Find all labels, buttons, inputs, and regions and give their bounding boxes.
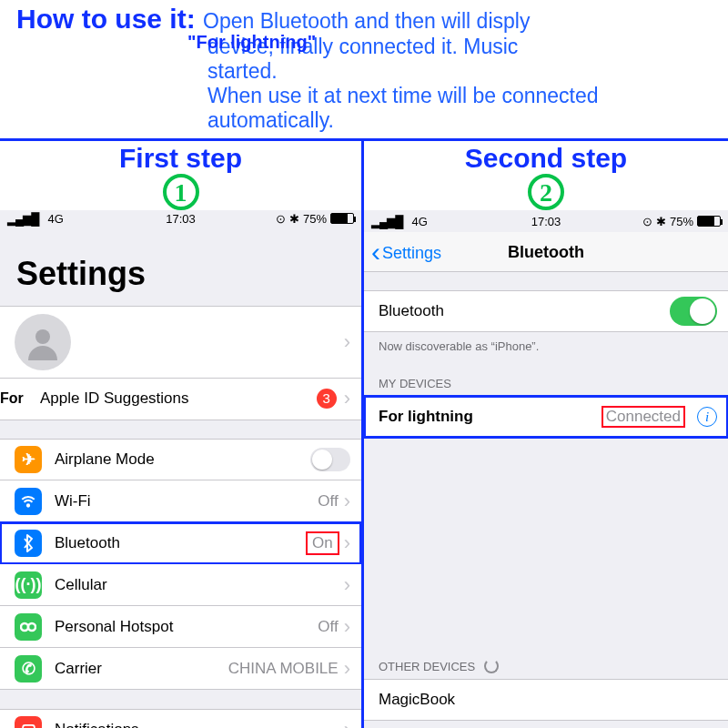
notifications-icon: ▢ [15, 716, 42, 728]
my-devices-header: MY DEVICES [364, 362, 728, 396]
svg-point-1 [27, 504, 29, 506]
battery-icon [330, 213, 354, 224]
status-time: 17:03 [531, 215, 561, 228]
battery-icon [697, 216, 721, 227]
hotspot-icon [15, 613, 42, 641]
appleid-suggestions-label: Apple ID Suggestions [40, 389, 317, 408]
chevron-right-icon: › [344, 330, 350, 354]
profile-row[interactable]: › [0, 306, 361, 379]
network-label: 4G [411, 215, 427, 228]
device-name-annotation: "For lightning" [187, 32, 316, 53]
step1-title: First step [0, 143, 361, 174]
howto-line3: started. [207, 59, 719, 84]
hotspot-row[interactable]: Personal Hotspot Off › [0, 606, 361, 648]
apple-id-suggestions-row[interactable]: For Apple ID Suggestions 3 › [0, 379, 361, 420]
bluetooth-toggle-label: Bluetooth [379, 302, 670, 320]
status-bar: ▂▄▆█ 4G 17:03 ⊙ ✱ 75% [364, 210, 728, 232]
chevron-right-icon: › [344, 573, 350, 597]
step2-title: Second step [364, 143, 728, 174]
chevron-right-icon: › [344, 718, 350, 728]
other-devices-header: OTHER DEVICES [364, 644, 728, 679]
airplane-toggle[interactable] [310, 448, 350, 471]
cellular-icon: ((·)) [15, 571, 42, 599]
nav-title: Bluetooth [508, 243, 584, 261]
info-icon[interactable]: i [697, 407, 717, 427]
other-devices-label: OTHER DEVICES [379, 660, 475, 673]
bluetooth-status-icon: ✱ [656, 215, 666, 228]
airplane-icon: ✈ [15, 446, 42, 473]
page-title: Settings [0, 228, 361, 306]
suggestions-badge: 3 [317, 389, 337, 409]
chevron-right-icon: › [344, 657, 350, 681]
bluetooth-toggle[interactable] [670, 297, 717, 326]
notifications-label: Notifications [55, 721, 344, 728]
airplane-label: Airplane Mode [55, 450, 310, 469]
chevron-right-icon: › [344, 531, 350, 555]
wifi-label: Wi-Fi [55, 492, 318, 511]
step1-number: 1 [163, 174, 199, 210]
howto-line1: Open Bluetooth and then will disply [203, 9, 530, 33]
watch-pair-hint: To pair an Apple Watch with your iPhone,… [364, 721, 728, 728]
alarm-icon: ⊙ [276, 212, 286, 226]
for-overlay-text: For [0, 390, 24, 407]
other-device-row[interactable]: MagicBook [364, 679, 728, 721]
cellular-row[interactable]: ((·)) Cellular › [0, 564, 361, 606]
step2-phone-screen: ▂▄▆█ 4G 17:03 ⊙ ✱ 75% Settings Bluetooth… [364, 210, 728, 728]
status-bar: ▂▄▆█ 4G 17:03 ⊙ ✱ 75% [0, 210, 361, 228]
hotspot-label: Personal Hotspot [55, 618, 318, 636]
notifications-row[interactable]: ▢ Notifications › [0, 709, 361, 728]
svg-point-0 [35, 329, 50, 344]
chevron-right-icon: › [344, 490, 350, 513]
battery-pct: 75% [670, 215, 693, 228]
bluetooth-label: Bluetooth [55, 534, 307, 552]
phone-icon: ✆ [15, 655, 42, 682]
back-button[interactable]: Settings [371, 232, 441, 273]
instructions-block: How to use it: Open Bluetooth and then w… [0, 0, 728, 138]
chevron-right-icon: › [344, 615, 350, 639]
discoverable-hint: Now discoverable as “iPhone”. [364, 332, 728, 362]
howto-line4: When use it at next time will be connect… [207, 84, 719, 133]
device-row[interactable]: For lightning Connected i [364, 396, 728, 438]
carrier-label: Carrier [55, 660, 228, 678]
step2-number: 2 [528, 174, 564, 210]
svg-point-3 [28, 623, 35, 631]
bluetooth-status-icon: ✱ [289, 212, 299, 226]
carrier-row[interactable]: ✆ Carrier CHINA MOBILE › [0, 648, 361, 690]
wifi-row[interactable]: Wi-Fi Off › [0, 480, 361, 522]
bluetooth-toggle-row[interactable]: Bluetooth [364, 290, 728, 332]
wifi-icon [15, 488, 42, 515]
device-name: For lightning [379, 408, 602, 426]
step2-panel: Second step 2 ▂▄▆█ 4G 17:03 ⊙ ✱ 75% Sett… [364, 141, 728, 728]
howto-title: How to use it: [16, 4, 196, 34]
spinner-icon [484, 659, 499, 673]
step1-panel: First step 1 ▂▄▆█ 4G 17:03 ⊙ ✱ 75% Setti… [0, 141, 364, 728]
step1-phone-screen: ▂▄▆█ 4G 17:03 ⊙ ✱ 75% Settings › [0, 210, 361, 728]
device-status: Connected [602, 407, 684, 427]
nav-bar: Settings Bluetooth [364, 232, 728, 272]
bluetooth-icon [15, 530, 42, 557]
bluetooth-value: On [307, 532, 339, 554]
bluetooth-row[interactable]: Bluetooth On › [0, 522, 361, 564]
signal-icon: ▂▄▆█ [7, 212, 38, 226]
airplane-row[interactable]: ✈ Airplane Mode [0, 439, 361, 480]
chevron-right-icon: › [344, 387, 350, 410]
other-device-name: MagicBook [379, 691, 717, 709]
status-time: 17:03 [166, 212, 196, 226]
alarm-icon: ⊙ [642, 215, 652, 228]
network-label: 4G [47, 212, 63, 226]
battery-pct: 75% [303, 212, 327, 226]
avatar-icon [15, 314, 71, 370]
carrier-value: CHINA MOBILE [228, 660, 339, 678]
signal-icon: ▂▄▆█ [371, 215, 402, 228]
hotspot-value: Off [318, 618, 338, 636]
cellular-label: Cellular [55, 576, 344, 594]
wifi-value: Off [318, 492, 338, 511]
